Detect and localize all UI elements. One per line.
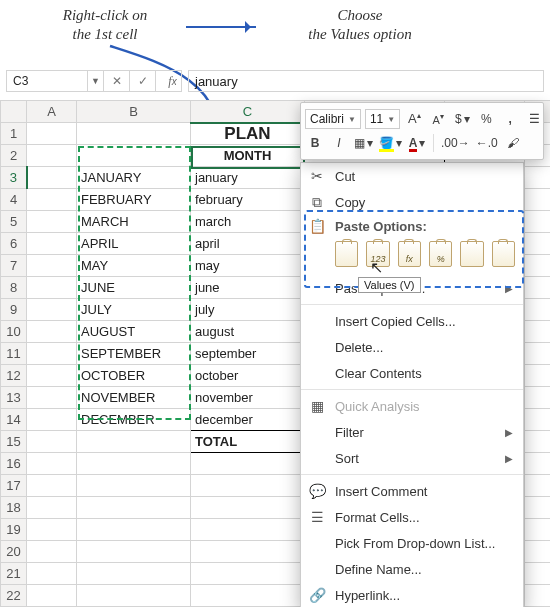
name-box-dropdown[interactable]: ▼	[88, 70, 104, 92]
row-header-3[interactable]: 3	[1, 167, 27, 189]
cell-F13[interactable]	[525, 387, 551, 409]
cell-B13[interactable]: NOVEMBER	[77, 387, 191, 409]
cell-B7[interactable]: MAY	[77, 255, 191, 277]
cell-A3[interactable]	[27, 167, 77, 189]
menu-insert-copied[interactable]: Insert Copied Cells...	[301, 308, 523, 334]
cell-C19[interactable]	[191, 519, 305, 541]
menu-pick-dropdown[interactable]: Pick From Drop-down List...	[301, 530, 523, 556]
menu-cut[interactable]: ✂Cut	[301, 163, 523, 189]
cell-C6[interactable]: april	[191, 233, 305, 255]
cell-B19[interactable]	[77, 519, 191, 541]
font-size-combo[interactable]: 11▼	[365, 109, 400, 129]
cell-C21[interactable]	[191, 563, 305, 585]
row-header-5[interactable]: 5	[1, 211, 27, 233]
cell-A2[interactable]	[27, 145, 77, 167]
name-box[interactable]: C3	[6, 70, 88, 92]
cell-F3[interactable]	[525, 167, 551, 189]
menu-delete[interactable]: Delete...	[301, 334, 523, 360]
cell-B6[interactable]: APRIL	[77, 233, 191, 255]
cell-A17[interactable]	[27, 475, 77, 497]
formula-bar[interactable]: january	[188, 70, 544, 92]
cell-C3[interactable]: january	[191, 167, 305, 189]
cell-C22[interactable]	[191, 585, 305, 607]
cell-A19[interactable]	[27, 519, 77, 541]
grow-font-button[interactable]: A▴	[404, 109, 424, 129]
cell-F20[interactable]	[525, 541, 551, 563]
decrease-decimal-button[interactable]: ←.0	[475, 133, 499, 153]
cell-A7[interactable]	[27, 255, 77, 277]
cell-C15[interactable]: TOTAL	[191, 431, 305, 453]
cell-C4[interactable]: february	[191, 189, 305, 211]
menu-define-name[interactable]: Define Name...	[301, 556, 523, 582]
cell-A5[interactable]	[27, 211, 77, 233]
cell-B12[interactable]: OCTOBER	[77, 365, 191, 387]
cell-A14[interactable]	[27, 409, 77, 431]
cell-C7[interactable]: may	[191, 255, 305, 277]
paste-option-link[interactable]	[492, 241, 515, 267]
cell-F11[interactable]	[525, 343, 551, 365]
paste-option-percent[interactable]: %	[429, 241, 452, 267]
row-header-7[interactable]: 7	[1, 255, 27, 277]
row-header-18[interactable]: 18	[1, 497, 27, 519]
row-header-16[interactable]: 16	[1, 453, 27, 475]
cell-C1[interactable]: PLAN	[191, 123, 305, 145]
cell-F8[interactable]	[525, 277, 551, 299]
comma-format-button[interactable]: ,	[500, 109, 520, 129]
paste-option-formulas[interactable]: fx	[398, 241, 421, 267]
cell-A13[interactable]	[27, 387, 77, 409]
paste-option-all[interactable]	[335, 241, 358, 267]
menu-clear-contents[interactable]: Clear Contents	[301, 360, 523, 386]
cell-A8[interactable]	[27, 277, 77, 299]
row-header-11[interactable]: 11	[1, 343, 27, 365]
cell-A9[interactable]	[27, 299, 77, 321]
cell-C10[interactable]: august	[191, 321, 305, 343]
row-header-1[interactable]: 1	[1, 123, 27, 145]
insert-function-button[interactable]: fx	[156, 70, 182, 92]
cell-F7[interactable]	[525, 255, 551, 277]
cell-C18[interactable]	[191, 497, 305, 519]
col-header-A[interactable]: A	[27, 101, 77, 123]
cell-B18[interactable]	[77, 497, 191, 519]
paste-option-values[interactable]: 123	[366, 241, 389, 267]
enter-formula-button[interactable]: ✓	[130, 70, 156, 92]
cell-A4[interactable]	[27, 189, 77, 211]
cell-F14[interactable]	[525, 409, 551, 431]
shrink-font-button[interactable]: A▾	[428, 109, 448, 129]
cell-B17[interactable]	[77, 475, 191, 497]
cell-A16[interactable]	[27, 453, 77, 475]
cell-B9[interactable]: JULY	[77, 299, 191, 321]
cell-B11[interactable]: SEPTEMBER	[77, 343, 191, 365]
cell-B1[interactable]	[77, 123, 191, 145]
percent-format-button[interactable]: %	[476, 109, 496, 129]
cell-B21[interactable]	[77, 563, 191, 585]
cell-C8[interactable]: june	[191, 277, 305, 299]
row-header-20[interactable]: 20	[1, 541, 27, 563]
row-header-9[interactable]: 9	[1, 299, 27, 321]
cell-B8[interactable]: JUNE	[77, 277, 191, 299]
cell-A20[interactable]	[27, 541, 77, 563]
row-header-15[interactable]: 15	[1, 431, 27, 453]
format-painter-button[interactable]: 🖌	[503, 133, 523, 153]
cell-F18[interactable]	[525, 497, 551, 519]
cell-C14[interactable]: december	[191, 409, 305, 431]
cell-A21[interactable]	[27, 563, 77, 585]
increase-decimal-button[interactable]: .00→	[440, 133, 471, 153]
cell-C12[interactable]: october	[191, 365, 305, 387]
cell-C9[interactable]: july	[191, 299, 305, 321]
cell-C11[interactable]: september	[191, 343, 305, 365]
cell-A18[interactable]	[27, 497, 77, 519]
menu-insert-comment[interactable]: 💬Insert Comment	[301, 478, 523, 504]
cell-A11[interactable]	[27, 343, 77, 365]
cell-B20[interactable]	[77, 541, 191, 563]
cell-B16[interactable]	[77, 453, 191, 475]
cell-F5[interactable]	[525, 211, 551, 233]
row-header-6[interactable]: 6	[1, 233, 27, 255]
cell-B4[interactable]: FEBRUARY	[77, 189, 191, 211]
select-all-corner[interactable]	[1, 101, 27, 123]
borders-button[interactable]: ▦▾	[353, 133, 374, 153]
row-header-8[interactable]: 8	[1, 277, 27, 299]
row-header-22[interactable]: 22	[1, 585, 27, 607]
cell-B5[interactable]: MARCH	[77, 211, 191, 233]
fill-color-button[interactable]: 🪣▾	[378, 133, 403, 153]
merge-center-button[interactable]: ☰	[524, 109, 544, 129]
